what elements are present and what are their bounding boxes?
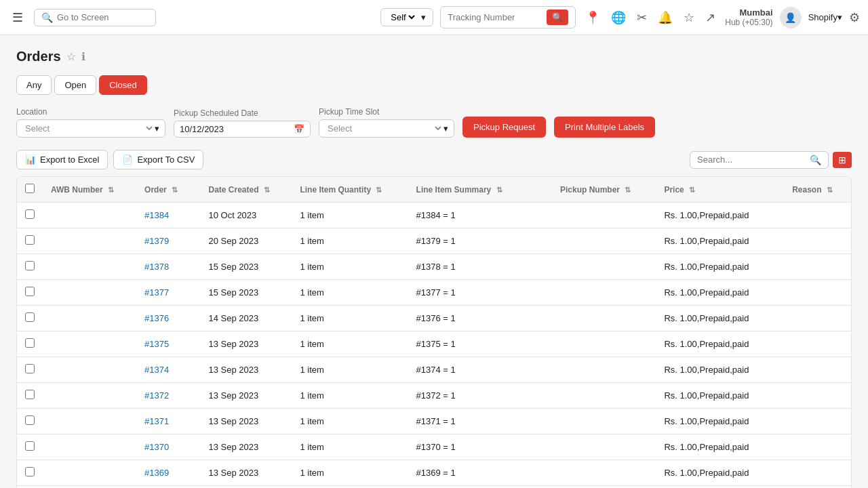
location-icon[interactable]: 📍: [583, 7, 603, 28]
tracking-search-button[interactable]: 🔍: [547, 9, 568, 25]
row-checkbox-cell[interactable]: [17, 434, 43, 460]
select-all-header[interactable]: [17, 177, 43, 203]
awb-sort-icon[interactable]: ⇅: [108, 186, 114, 194]
calendar-icon[interactable]: 📅: [294, 124, 304, 134]
avatar: 👤: [780, 7, 802, 28]
export-excel-button[interactable]: 📊 Export to Excel: [16, 150, 108, 169]
row-reason: [784, 357, 851, 383]
row-order[interactable]: #1374: [136, 357, 200, 383]
row-order[interactable]: #1378: [136, 254, 200, 280]
row-checkbox-cell[interactable]: [17, 409, 43, 434]
row-qty: 1 item: [292, 486, 408, 489]
row-checkbox[interactable]: [25, 441, 35, 451]
filter-tab-closed[interactable]: Closed: [99, 75, 146, 95]
pickup-date-label: Pickup Scheduled Date: [174, 108, 311, 118]
row-checkbox-cell[interactable]: [17, 280, 43, 306]
row-checkbox-cell[interactable]: [17, 357, 43, 383]
row-checkbox-cell[interactable]: [17, 306, 43, 331]
bell-icon[interactable]: 🔔: [655, 7, 675, 28]
goto-screen-input[interactable]: [57, 12, 145, 22]
favorite-star-icon[interactable]: ☆: [66, 50, 76, 63]
row-checkbox[interactable]: [25, 312, 35, 322]
row-checkbox[interactable]: [25, 261, 35, 270]
page-header: Orders ☆ ℹ: [16, 49, 852, 64]
row-qty: 1 item: [292, 357, 408, 383]
table-search-input[interactable]: [697, 155, 806, 165]
summary-sort-icon[interactable]: ⇅: [496, 186, 502, 194]
qty-sort-icon[interactable]: ⇅: [376, 186, 382, 194]
row-order[interactable]: #1377: [136, 280, 200, 306]
globe-icon[interactable]: 🌐: [608, 7, 629, 28]
row-qty: 1 item: [292, 460, 408, 486]
row-checkbox-cell[interactable]: [17, 228, 43, 254]
pickup-slot-label: Pickup Time Slot: [319, 107, 454, 117]
select-all-checkbox[interactable]: [25, 184, 35, 193]
settings-icon[interactable]: ⚙: [849, 10, 860, 25]
row-checkbox[interactable]: [25, 467, 35, 476]
price-sort-icon[interactable]: ⇅: [689, 186, 695, 194]
row-checkbox[interactable]: [25, 390, 35, 399]
row-reason: [784, 331, 851, 357]
page-title: Orders: [16, 49, 61, 64]
row-reason: [784, 460, 851, 486]
pickup-request-button[interactable]: Pickup Request: [462, 117, 546, 138]
row-reason: [784, 228, 851, 254]
print-labels-button[interactable]: Print Multiple Labels: [554, 117, 655, 138]
row-checkbox-cell[interactable]: [17, 383, 43, 409]
row-summary: #1368 = 1: [408, 486, 552, 489]
row-checkbox-cell[interactable]: [17, 486, 43, 489]
shopify-dropdown[interactable]: Shopify▾: [808, 12, 842, 22]
self-dropdown[interactable]: Self ▾: [380, 8, 433, 26]
row-pickup: [552, 254, 656, 280]
row-checkbox[interactable]: [25, 415, 35, 425]
row-pickup: [552, 228, 656, 254]
pickup-sort-icon[interactable]: ⇅: [625, 186, 631, 194]
row-checkbox-cell[interactable]: [17, 254, 43, 280]
row-order[interactable]: #1384: [136, 203, 200, 228]
external-link-icon[interactable]: ↗: [703, 7, 718, 28]
pickup-date-input[interactable]: [180, 124, 294, 134]
filter-tab-open[interactable]: Open: [54, 75, 96, 95]
chevron-down-icon: ▾: [155, 123, 159, 134]
row-checkbox-cell[interactable]: [17, 203, 43, 228]
scissors-icon[interactable]: ✂: [634, 7, 650, 28]
order-sort-icon[interactable]: ⇅: [172, 186, 178, 194]
goto-screen-search[interactable]: 🔍: [34, 9, 156, 26]
row-pickup: [552, 331, 656, 357]
row-checkbox[interactable]: [25, 235, 35, 245]
row-order[interactable]: #1375: [136, 331, 200, 357]
table-row: #1372 13 Sep 2023 1 item #1372 = 1 Rs. 1…: [17, 383, 851, 409]
row-awb: [43, 331, 136, 357]
export-csv-button[interactable]: 📄 Export To CSV: [113, 150, 203, 169]
row-reason: [784, 486, 851, 489]
row-pickup: [552, 357, 656, 383]
date-sort-icon[interactable]: ⇅: [264, 186, 270, 194]
menu-icon[interactable]: ☰: [8, 6, 27, 29]
row-order[interactable]: #1370: [136, 434, 200, 460]
orders-table: AWB Number ⇅ Order ⇅ Date Created ⇅ Line…: [17, 177, 851, 488]
star-icon[interactable]: ☆: [681, 7, 697, 28]
filter-tab-any[interactable]: Any: [16, 75, 52, 95]
row-checkbox[interactable]: [25, 364, 35, 373]
row-order[interactable]: #1369: [136, 460, 200, 486]
self-select[interactable]: Self: [388, 12, 417, 23]
pickup-slot-select[interactable]: Select: [325, 123, 443, 134]
row-checkbox[interactable]: [25, 209, 35, 219]
row-order[interactable]: #1376: [136, 306, 200, 331]
row-checkbox[interactable]: [25, 287, 35, 296]
row-order[interactable]: #1372: [136, 383, 200, 409]
row-checkbox-cell[interactable]: [17, 331, 43, 357]
reason-sort-icon[interactable]: ⇅: [827, 186, 833, 194]
row-checkbox[interactable]: [25, 338, 35, 348]
row-order[interactable]: #1379: [136, 228, 200, 254]
tracking-input[interactable]: [448, 12, 542, 22]
row-checkbox-cell[interactable]: [17, 460, 43, 486]
row-order[interactable]: #1371: [136, 409, 200, 434]
row-awb: [43, 203, 136, 228]
location-select[interactable]: Select: [22, 123, 155, 134]
table-filter-button[interactable]: ⊞: [833, 152, 852, 168]
row-date: 13 Sep 2023: [200, 409, 292, 434]
info-icon[interactable]: ℹ: [81, 50, 85, 63]
table-search-button[interactable]: 🔍: [810, 155, 821, 165]
row-order[interactable]: #1368: [136, 486, 200, 489]
